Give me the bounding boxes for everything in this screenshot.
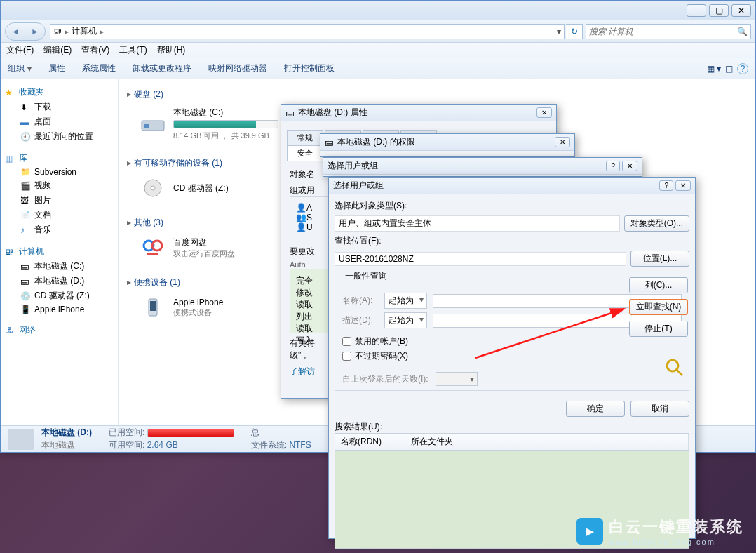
nav-bar: ◄ ► 🖳 ▸ 计算机 ▸ ▾ ↻ 🔍	[1, 20, 755, 43]
drive-icon: 🖴	[20, 276, 32, 286]
chevron-right-icon: ▸	[100, 27, 104, 36]
forward-icon[interactable]: ►	[25, 27, 45, 36]
drive-icon	[138, 112, 168, 137]
toolbar-map-drive[interactable]: 映射网络驱动器	[208, 62, 267, 74]
menu-edit[interactable]: 编辑(E)	[43, 44, 72, 56]
find-now-button[interactable]: 立即查找(N)	[629, 299, 688, 315]
sidebar-item-pictures[interactable]: 🖼图片	[1, 193, 118, 208]
menu-file[interactable]: 文件(F)	[6, 44, 34, 56]
properties-dialog-title[interactable]: 🖴 本地磁盘 (D:) 属性 ✕	[281, 105, 556, 121]
svg-point-9	[667, 360, 678, 371]
permissions-dialog: 🖴 本地磁盘 (D:) 的权限 ✕	[320, 133, 575, 157]
toolbar-control-panel[interactable]: 打开控制面板	[284, 62, 335, 74]
video-icon: 🎬	[20, 181, 32, 191]
computer-icon: 🖳	[5, 247, 16, 257]
baidu-name: 百度网盘	[173, 236, 235, 248]
watermark-sub: www.baiyunxitong.com	[609, 538, 743, 546]
svg-rect-6	[147, 253, 158, 255]
permissions-dialog-title[interactable]: 🖴 本地磁盘 (D:) 的权限 ✕	[320, 134, 574, 151]
watermark: ▸ 白云一键重装系统 www.baiyunxitong.com	[576, 517, 743, 546]
disabled-accounts-checkbox[interactable]	[342, 337, 351, 346]
refresh-button[interactable]: ↻	[566, 24, 583, 39]
view-mode-icon[interactable]: ▦ ▾	[707, 64, 721, 74]
help-icon[interactable]: ?	[606, 161, 620, 171]
sidebar-computer[interactable]: 🖳计算机	[1, 244, 118, 259]
sb-free-val: 2.64 GB	[147, 440, 178, 450]
results-label: 搜索结果(U):	[335, 421, 689, 433]
select-users-title-1[interactable]: 选择用户或组 ? ✕	[323, 158, 642, 175]
select-users-dialog-1: 选择用户或组 ? ✕	[323, 157, 642, 177]
sidebar-item-recent[interactable]: 🕘最近访问的位置	[1, 129, 118, 144]
toolbar-uninstall[interactable]: 卸载或更改程序	[133, 62, 191, 74]
drive-icon	[8, 429, 34, 450]
close-icon[interactable]: ✕	[622, 161, 637, 171]
close-icon[interactable]: ✕	[555, 137, 570, 147]
close-icon[interactable]: ✕	[536, 107, 552, 118]
sidebar-libraries[interactable]: ▥库	[1, 151, 118, 166]
sb-fs-val: NTFS	[289, 440, 311, 450]
col-folder[interactable]: 所在文件夹	[405, 434, 689, 450]
titlebar: ─ ▢ ✕	[1, 1, 755, 20]
stop-button[interactable]: 停止(T)	[629, 321, 688, 337]
tab-security[interactable]: 安全	[287, 145, 323, 161]
toolbar: 组织 ▾ 属性 系统属性 卸载或更改程序 映射网络驱动器 打开控制面板 ▦ ▾ …	[1, 58, 755, 79]
sidebar-network[interactable]: 🖧网络	[1, 323, 118, 338]
close-button[interactable]: ✕	[731, 4, 751, 17]
sidebar-favorites[interactable]: ★收藏夹	[1, 85, 118, 100]
select-users-dialog-2: 选择用户或组 ? ✕ 选择此对象类型(S): 用户、组或内置安全主体 对象类型(…	[328, 177, 696, 539]
sidebar-item-cd-drive[interactable]: 💿CD 驱动器 (Z:)	[1, 288, 118, 303]
toolbar-organize[interactable]: 组织 ▾	[8, 62, 32, 74]
close-icon[interactable]: ✕	[675, 180, 691, 191]
svg-point-3	[151, 186, 155, 190]
select-users-title-2[interactable]: 选择用户或组 ? ✕	[329, 178, 695, 194]
cancel-button[interactable]: 取消	[630, 401, 689, 417]
sidebar-item-desktop[interactable]: ▬桌面	[1, 114, 118, 129]
minimize-button[interactable]: ─	[687, 4, 706, 17]
toolbar-system-properties[interactable]: 系统属性	[82, 62, 116, 74]
desc-match-combo[interactable]: 起始为	[384, 312, 427, 328]
category-hdd[interactable]: 硬盘 (2)	[127, 86, 747, 102]
sidebar-item-documents[interactable]: 📄文档	[1, 208, 118, 222]
col-name[interactable]: 名称(RDN)	[335, 434, 405, 450]
non-expiring-checkbox[interactable]	[342, 352, 351, 361]
sidebar-item-downloads[interactable]: ⬇下载	[1, 100, 118, 114]
sidebar-item-drive-d[interactable]: 🖴本地磁盘 (D:)	[1, 274, 118, 288]
search-box[interactable]: 🔍	[586, 24, 751, 39]
locations-button[interactable]: 位置(L)...	[630, 251, 689, 267]
breadcrumb[interactable]: 🖳 ▸ 计算机 ▸ ▾	[50, 24, 565, 39]
toolbar-properties[interactable]: 属性	[48, 62, 65, 74]
tab-general[interactable]: 常规	[287, 130, 323, 145]
drive-icon: 🖴	[285, 108, 294, 118]
iphone-sub: 便携式设备	[173, 307, 223, 318]
download-icon: ⬇	[20, 102, 32, 112]
back-icon[interactable]: ◄	[6, 27, 25, 36]
sidebar-item-video[interactable]: 🎬视频	[1, 178, 118, 193]
svg-rect-8	[150, 301, 156, 311]
name-match-combo[interactable]: 起始为	[384, 293, 427, 309]
sidebar-item-drive-c[interactable]: 🖴本地磁盘 (C:)	[1, 259, 118, 274]
sidebar-item-subversion[interactable]: 📁Subversion	[1, 166, 118, 178]
sidebar-item-music[interactable]: ♪音乐	[1, 222, 118, 237]
maximize-button[interactable]: ▢	[709, 4, 729, 17]
preview-pane-icon[interactable]: ◫	[725, 64, 733, 74]
columns-button[interactable]: 列(C)...	[629, 277, 688, 293]
breadcrumb-item[interactable]: 计算机	[72, 25, 97, 37]
days-combo[interactable]	[436, 372, 478, 386]
phone-icon	[138, 295, 168, 320]
help-icon[interactable]: ?	[737, 63, 748, 74]
search-input[interactable]	[589, 27, 737, 36]
results-header: 名称(RDN) 所在文件夹	[335, 433, 689, 451]
help-icon[interactable]: ?	[659, 180, 673, 191]
menu-help[interactable]: 帮助(H)	[157, 44, 186, 56]
ok-button[interactable]: 确定	[566, 401, 625, 417]
search-icon	[664, 357, 685, 379]
recent-icon: 🕘	[20, 132, 32, 142]
days-label: 自上次登录后的天数(I):	[342, 373, 428, 385]
sidebar-item-iphone[interactable]: 📱Apple iPhone	[1, 303, 118, 316]
object-types-button[interactable]: 对象类型(O)...	[624, 215, 689, 232]
menu-view[interactable]: 查看(V)	[81, 44, 109, 56]
dropdown-icon[interactable]: ▾	[557, 27, 561, 36]
music-icon: ♪	[20, 225, 32, 235]
menu-tools[interactable]: 工具(T)	[119, 44, 147, 56]
search-icon[interactable]: 🔍	[737, 27, 748, 36]
